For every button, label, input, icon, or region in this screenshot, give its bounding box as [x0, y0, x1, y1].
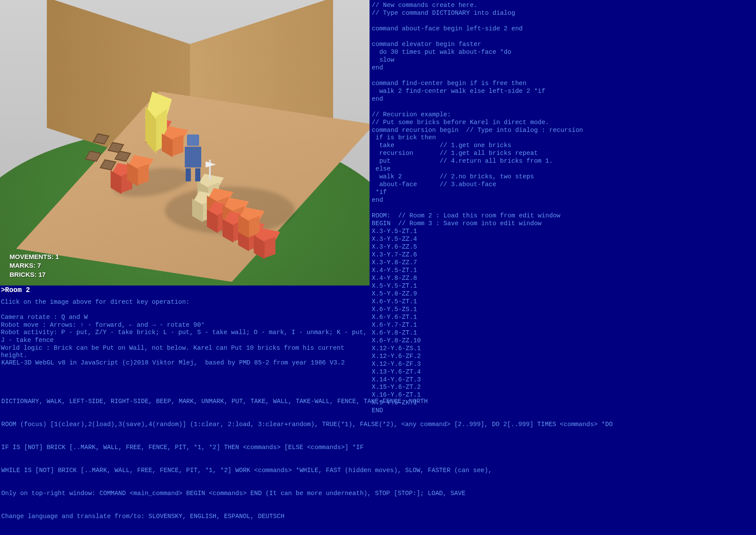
brick	[256, 230, 278, 252]
marks-value: 7	[37, 262, 41, 269]
dict-line2: ROOM (focus) [1(clear),2(load),3(save),4…	[1, 421, 578, 429]
karel-robot	[182, 135, 204, 182]
brick	[240, 209, 262, 231]
console-prompt[interactable]: >Room 2	[1, 286, 370, 295]
console-hint: Click on the image above for direct key …	[1, 299, 370, 306]
hud-stats: MOVEMENTS: 1 MARKS: 7 BRICKS: 17	[10, 253, 59, 279]
code-editor[interactable]: // New commands create here. // Type com…	[372, 2, 580, 415]
bricks-label: BRICKS:	[10, 271, 37, 278]
marks-label: MARKS:	[10, 262, 36, 269]
viewport-3d[interactable]: MOVEMENTS: 1 MARKS: 7 BRICKS: 17	[0, 0, 370, 286]
dict-line4: WHILE IS [NOT] BRICK [..MARK, WALL, FREE…	[1, 467, 578, 475]
flag-icon	[204, 160, 217, 181]
help-move: Robot move : Arrows: ↑ - forward, ← and …	[1, 322, 370, 329]
help-camera: Camera rotate : Q and W	[1, 314, 370, 322]
movements-label: MOVEMENTS:	[10, 253, 54, 260]
help-activity: Robot activity: P - put, Z/Y - take bric…	[1, 329, 370, 344]
dict-line3: IF IS [NOT] BRICK [..MARK, WALL, FREE, F…	[1, 444, 578, 452]
brick	[129, 157, 151, 179]
bricks-value: 17	[39, 271, 46, 278]
dict-line5: Only on top-right window: COMMAND <main_…	[1, 490, 578, 498]
movements-value: 1	[56, 253, 59, 260]
dict-line6: Change language and translate from/to: S…	[1, 513, 578, 521]
